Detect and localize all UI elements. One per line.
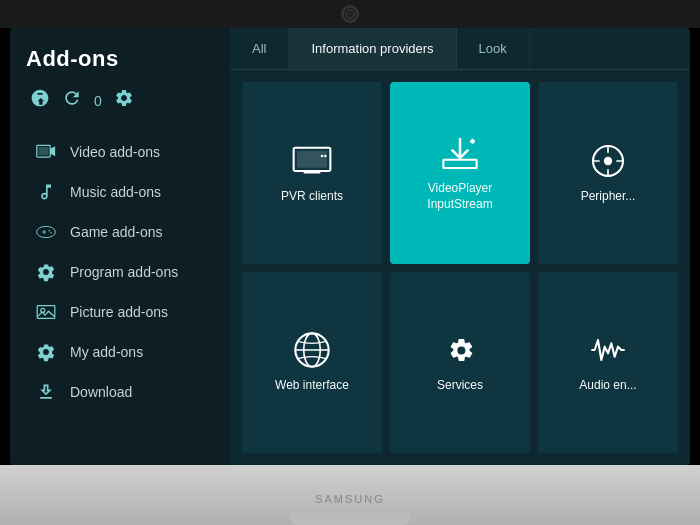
sidebar-item-game[interactable]: Game add-ons <box>26 213 214 251</box>
sidebar-item-music[interactable]: Music add-ons <box>26 173 214 211</box>
svg-rect-1 <box>39 147 49 155</box>
svg-point-15 <box>324 155 327 158</box>
toolbar-count: 0 <box>94 93 102 109</box>
video-icon <box>34 140 58 164</box>
my-addons-icon <box>34 340 58 364</box>
sidebar-item-my[interactable]: My add-ons <box>26 333 214 371</box>
tile-web-interface-label: Web interface <box>275 378 349 394</box>
tile-services-label: Services <box>437 378 483 394</box>
sidebar-item-video[interactable]: Video add-ons <box>26 133 214 171</box>
addons-grid: PVR clients VideoPlayer InputStream <box>230 70 690 465</box>
sidebar-item-game-label: Game add-ons <box>70 224 163 240</box>
services-icon <box>440 330 480 370</box>
game-icon <box>34 220 58 244</box>
install-icon[interactable] <box>30 88 50 113</box>
tile-peripherals[interactable]: Peripher... <box>538 82 678 264</box>
svg-rect-11 <box>297 151 327 168</box>
tab-all[interactable]: All <box>230 28 289 69</box>
music-icon <box>34 180 58 204</box>
sidebar: Add-ons 0 <box>10 28 230 465</box>
sidebar-item-download[interactable]: Download <box>26 373 214 411</box>
program-icon <box>34 260 58 284</box>
sidebar-toolbar: 0 <box>26 88 214 113</box>
camera-lens <box>341 5 359 23</box>
sidebar-item-program-label: Program add-ons <box>70 264 178 280</box>
tile-videoplayer-label: VideoPlayer InputStream <box>398 181 522 212</box>
svg-point-14 <box>321 155 324 158</box>
camera-bar <box>0 0 700 28</box>
tile-web-interface[interactable]: Web interface <box>242 272 382 454</box>
tabs-bar: All Information providers Look <box>230 28 690 70</box>
sidebar-menu: Video add-ons Music add-ons <box>26 133 214 411</box>
svg-point-7 <box>50 232 52 234</box>
svg-rect-16 <box>443 160 476 168</box>
sidebar-item-program[interactable]: Program add-ons <box>26 253 214 291</box>
sidebar-item-video-label: Video add-ons <box>70 144 160 160</box>
svg-point-21 <box>604 157 612 165</box>
refresh-icon[interactable] <box>62 88 82 113</box>
tab-look[interactable]: Look <box>457 28 530 69</box>
sidebar-item-my-label: My add-ons <box>70 344 143 360</box>
tab-info-providers[interactable]: Information providers <box>289 28 456 69</box>
svg-marker-2 <box>50 146 55 156</box>
picture-icon <box>34 300 58 324</box>
monitor-brand: SAMSUNG <box>315 493 385 505</box>
sidebar-title: Add-ons <box>26 46 214 72</box>
sidebar-item-music-label: Music add-ons <box>70 184 161 200</box>
monitor-bottom: SAMSUNG <box>0 465 700 525</box>
web-icon <box>292 330 332 370</box>
main-content: All Information providers Look <box>230 28 690 465</box>
tile-services[interactable]: Services <box>390 272 530 454</box>
peripherals-icon <box>588 141 628 181</box>
svg-point-6 <box>48 230 50 232</box>
tile-videoplayer[interactable]: VideoPlayer InputStream <box>390 82 530 264</box>
tile-pvr-label: PVR clients <box>281 189 343 205</box>
sidebar-item-picture-label: Picture add-ons <box>70 304 168 320</box>
pvr-icon <box>292 141 332 181</box>
sidebar-item-picture[interactable]: Picture add-ons <box>26 293 214 331</box>
settings-icon[interactable] <box>114 88 134 113</box>
download-icon <box>34 380 58 404</box>
tile-audio-encoder[interactable]: Audio en... <box>538 272 678 454</box>
tile-peripherals-label: Peripher... <box>581 189 636 205</box>
videoplayer-icon <box>440 133 480 173</box>
tile-pvr[interactable]: PVR clients <box>242 82 382 264</box>
sidebar-item-download-label: Download <box>70 384 132 400</box>
audio-icon <box>588 330 628 370</box>
tile-audio-encoder-label: Audio en... <box>579 378 636 394</box>
screen: Add-ons 0 <box>10 28 690 465</box>
monitor-base <box>290 513 410 525</box>
svg-rect-8 <box>37 306 55 319</box>
